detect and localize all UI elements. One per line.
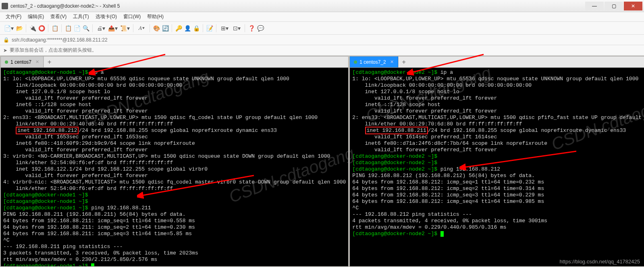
- output: rtt min/avg/max/mdev = 0.229/0.440/0.985…: [352, 224, 644, 231]
- script-icon[interactable]: 📜▾: [119, 24, 131, 32]
- menu-file[interactable]: 文件(F): [3, 13, 24, 21]
- cmd: ip a: [88, 69, 104, 75]
- font-icon[interactable]: 𝐴▾: [136, 24, 147, 32]
- info-bar: ➤ 要添加当前会话，点击左侧的箭头按钮。: [0, 45, 644, 56]
- tab-close-icon[interactable]: ✕: [390, 59, 394, 65]
- output: valid_lft forever preferred_lft forever: [3, 108, 346, 115]
- tab-centos7-2[interactable]: 1 centos7_2 ✕: [350, 56, 398, 67]
- terminal-left[interactable]: [cdtaogang@docker-node1 ~]$ ip a 1: lo: …: [1, 68, 348, 266]
- output: 4 packets transmitted, 4 received, 0% pa…: [352, 218, 644, 224]
- output: 1: lo: <LOOPBACK,UP,LOWER_UP> mtu 65536 …: [352, 76, 644, 82]
- find-icon[interactable]: 🔍: [82, 24, 90, 32]
- menu-edit[interactable]: 编辑(E): [25, 13, 46, 21]
- lock-icon: 🔒: [3, 37, 9, 43]
- output: 64 bytes from 192.168.88.211: icmp_seq=1…: [3, 218, 346, 224]
- output: inet6 ::1/128 scope host: [352, 102, 644, 108]
- menu-tools[interactable]: 工具(T): [71, 13, 91, 21]
- tab-add-button[interactable]: +: [44, 56, 55, 67]
- output: inet 192.168.122.1/24 brd 192.168.122.25…: [3, 166, 346, 173]
- transfer-icon[interactable]: 📤▾: [107, 24, 118, 32]
- properties-icon[interactable]: 📋: [51, 24, 59, 32]
- minimize-button[interactable]: —: [585, 2, 604, 10]
- key-icon[interactable]: 🔑: [175, 24, 183, 32]
- copy-icon[interactable]: 📋: [64, 24, 72, 32]
- prompt: [cdtaogang@docker-node2 ~]$: [352, 153, 437, 159]
- output: valid_lft forever preferred_lft forever: [3, 147, 346, 153]
- output: 2: ens33: <BROADCAST,MULTICAST,UP,LOWER_…: [352, 115, 644, 121]
- output: inet 127.0.0.1/8 scope host lo: [3, 89, 346, 95]
- menu-help[interactable]: 帮助(H): [145, 13, 166, 21]
- cursor: [440, 231, 444, 237]
- help-icon[interactable]: ❓: [247, 24, 256, 32]
- output: rtt min/avg/max/mdev = 0.230/2.212/5.850…: [3, 257, 346, 263]
- output: 3: virbr0: <NO-CARRIER,BROADCAST,MULTICA…: [3, 153, 346, 160]
- output: valid_lft forever preferred_lft forever: [352, 95, 644, 102]
- output: inet6 fe80::418:60f9:29d:b9c9/64 scope l…: [3, 140, 346, 147]
- tab-label: 1 centos7: [10, 59, 31, 65]
- paste-icon[interactable]: 📄: [73, 24, 81, 32]
- maximize-button[interactable]: ▢: [605, 2, 623, 10]
- prompt: [cdtaogang@docker-node2 ~]$: [352, 69, 437, 75]
- chat-icon[interactable]: 💬: [256, 24, 264, 32]
- title-bar: centos7_2 - cdtaogang@docker-node2:~ - X…: [0, 0, 644, 12]
- footer-url: https://blog.csdn.net/qq_41782425: [560, 259, 640, 265]
- output: PING 192.168.88.212 (192.168.88.212) 56(…: [352, 173, 644, 179]
- app-icon: [2, 3, 8, 9]
- cursor: [91, 263, 94, 266]
- info-text: 要添加当前会话，点击左侧的箭头按钮。: [10, 47, 97, 54]
- separator: [26, 24, 26, 32]
- layout-icon[interactable]: ⊞▾: [219, 24, 230, 32]
- new-session-icon[interactable]: 📄▾: [3, 24, 15, 32]
- menu-window[interactable]: 窗口(W): [121, 13, 143, 21]
- lock-icon[interactable]: 🔒: [192, 24, 200, 32]
- output: --- 192.168.88.211 ping statistics ---: [3, 244, 346, 250]
- output: ^C: [3, 237, 346, 244]
- menu-view[interactable]: 查看(V): [48, 13, 69, 21]
- cmd: ping 192.168.88.211: [88, 205, 151, 211]
- terminal-right[interactable]: [cdtaogang@docker-node2 ~]$ ip a 1: lo: …: [350, 68, 644, 266]
- panes: 1 centos7 ✕ + [cdtaogang@docker-node1 ~]…: [0, 56, 644, 267]
- refresh-icon[interactable]: 🔄: [161, 24, 169, 32]
- open-icon[interactable]: 📂: [15, 24, 23, 32]
- separator: [172, 24, 172, 32]
- view-icon[interactable]: ⊡▾: [231, 24, 242, 32]
- output: ^C: [352, 205, 644, 211]
- output: 64 bytes from 192.168.88.211: icmp_seq=2…: [3, 224, 346, 231]
- user-icon[interactable]: 👤: [183, 24, 191, 32]
- reconnect-icon[interactable]: 🔌: [29, 24, 37, 32]
- output: link/ether 52:54:00:f6:ef:df brd ff:ff:f…: [3, 186, 346, 192]
- output: 4: virbr0-nic: <BROADCAST,MULTICAST> mtu…: [3, 179, 346, 186]
- compose-icon[interactable]: 📝: [206, 24, 214, 32]
- prompt: [cdtaogang@docker-node1 ~]$: [3, 69, 88, 75]
- prompt: [cdtaogang@docker-node1 ~]$: [3, 263, 88, 266]
- arrow-icon[interactable]: ➤: [3, 48, 7, 53]
- close-button[interactable]: ✕: [624, 2, 642, 10]
- output: link/ether 52:54:00:f6:ef:df brd ff:ff:f…: [3, 160, 346, 166]
- color-icon[interactable]: 🎨: [152, 24, 160, 32]
- print-icon[interactable]: 🖨▾: [95, 24, 106, 32]
- cmd: ip a: [437, 69, 453, 75]
- disconnect-icon[interactable]: ⭕: [37, 24, 46, 32]
- address-text[interactable]: ssh://cdtaogang:********@192.168.88.211:…: [12, 37, 108, 43]
- output: inet6 fe80::d71a:24f6:d8cf:7bb/64 scope …: [352, 140, 644, 147]
- output: valid_lft 1614sec preferred_lft 1614sec: [352, 134, 644, 140]
- status-dot-icon: [354, 60, 357, 64]
- tab-centos7[interactable]: 1 centos7 ✕: [1, 56, 44, 67]
- menu-tab[interactable]: 选项卡(O): [93, 13, 119, 21]
- output: --- 192.168.88.212 ping statistics ---: [352, 211, 644, 218]
- output: link/loopback 00:00:00:00:00:00 brd 00:0…: [3, 82, 346, 89]
- tab-add-button[interactable]: +: [398, 56, 409, 67]
- ip-highlight: inet 192.168.88.211: [365, 127, 428, 134]
- separator: [92, 24, 93, 32]
- output: 64 bytes from 192.168.88.212: icmp_seq=1…: [352, 179, 644, 186]
- separator: [216, 24, 216, 32]
- output: valid_lft forever preferred_lft forever: [352, 147, 644, 153]
- prompt: [cdtaogang@docker-node2 ~]$: [352, 160, 437, 166]
- menu-bar: 文件(F) 编辑(E) 查看(V) 工具(T) 选项卡(O) 窗口(W) 帮助(…: [0, 12, 644, 22]
- tab-close-icon[interactable]: ✕: [35, 59, 39, 65]
- toolbar: 📄▾ 📂 🔌 ⭕ 📋 📋 📄 🔍 🖨▾ 📤▾ 📜▾ 𝐴▾ 🎨 🔄 🔑 👤 🔒 📝…: [0, 22, 644, 35]
- output: PING 192.168.88.211 (192.168.88.211) 56(…: [3, 211, 346, 218]
- tab-row-right: 1 centos7_2 ✕ +: [350, 56, 644, 68]
- prompt: [cdtaogang@docker-node2 ~]$: [352, 231, 437, 237]
- output: valid_lft forever preferred_lft forever: [3, 173, 346, 179]
